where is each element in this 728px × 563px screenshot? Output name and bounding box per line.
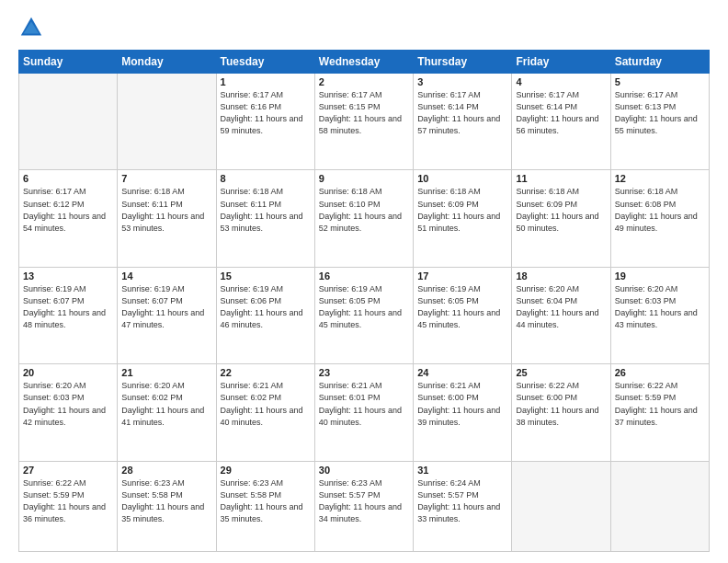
calendar-cell: 9Sunrise: 6:18 AMSunset: 6:10 PMDaylight… xyxy=(314,170,413,267)
day-number: 31 xyxy=(417,465,507,476)
calendar-cell: 24Sunrise: 6:21 AMSunset: 6:00 PMDayligh… xyxy=(414,364,512,461)
cell-info: Sunrise: 6:22 AMSunset: 5:59 PMDaylight:… xyxy=(615,380,705,428)
cell-info: Sunrise: 6:23 AMSunset: 5:58 PMDaylight:… xyxy=(121,477,211,525)
cell-info: Sunrise: 6:21 AMSunset: 6:00 PMDaylight:… xyxy=(417,380,507,428)
calendar-cell: 2Sunrise: 6:17 AMSunset: 6:15 PMDaylight… xyxy=(314,74,413,170)
cell-info: Sunrise: 6:18 AMSunset: 6:11 PMDaylight:… xyxy=(221,186,311,234)
day-number: 11 xyxy=(516,173,606,184)
logo-icon xyxy=(18,15,44,40)
calendar-header-row: SundayMondayTuesdayWednesdayThursdayFrid… xyxy=(19,51,710,74)
logo xyxy=(18,15,48,40)
cell-info: Sunrise: 6:20 AMSunset: 6:03 PMDaylight:… xyxy=(23,380,113,428)
day-header-friday: Friday xyxy=(512,51,610,74)
cell-info: Sunrise: 6:22 AMSunset: 5:59 PMDaylight:… xyxy=(23,477,113,525)
calendar-cell: 14Sunrise: 6:19 AMSunset: 6:07 PMDayligh… xyxy=(118,267,216,363)
cell-info: Sunrise: 6:19 AMSunset: 6:05 PMDaylight:… xyxy=(319,283,409,331)
calendar-week-3: 13Sunrise: 6:19 AMSunset: 6:07 PMDayligh… xyxy=(19,267,710,363)
day-number: 30 xyxy=(319,465,409,476)
day-number: 13 xyxy=(23,270,113,282)
calendar-cell xyxy=(19,74,118,170)
calendar-cell: 11Sunrise: 6:18 AMSunset: 6:09 PMDayligh… xyxy=(512,170,610,267)
cell-info: Sunrise: 6:22 AMSunset: 6:00 PMDaylight:… xyxy=(516,380,606,428)
calendar-cell: 10Sunrise: 6:18 AMSunset: 6:09 PMDayligh… xyxy=(414,170,512,267)
cell-info: Sunrise: 6:19 AMSunset: 6:05 PMDaylight:… xyxy=(417,283,507,331)
calendar-cell: 13Sunrise: 6:19 AMSunset: 6:07 PMDayligh… xyxy=(19,267,118,363)
day-header-wednesday: Wednesday xyxy=(314,51,413,74)
day-header-tuesday: Tuesday xyxy=(216,51,314,74)
calendar-cell: 20Sunrise: 6:20 AMSunset: 6:03 PMDayligh… xyxy=(19,364,118,461)
calendar-cell: 17Sunrise: 6:19 AMSunset: 6:05 PMDayligh… xyxy=(414,267,512,363)
day-number: 7 xyxy=(121,173,211,184)
day-number: 5 xyxy=(615,76,705,87)
cell-info: Sunrise: 6:21 AMSunset: 6:02 PMDaylight:… xyxy=(221,380,311,428)
calendar-cell xyxy=(118,74,216,170)
day-number: 3 xyxy=(417,76,507,87)
calendar-cell: 23Sunrise: 6:21 AMSunset: 6:01 PMDayligh… xyxy=(314,364,413,461)
day-header-thursday: Thursday xyxy=(414,51,512,74)
cell-info: Sunrise: 6:23 AMSunset: 5:57 PMDaylight:… xyxy=(319,477,409,525)
calendar-cell: 29Sunrise: 6:23 AMSunset: 5:58 PMDayligh… xyxy=(216,461,314,551)
day-number: 19 xyxy=(615,270,705,282)
cell-info: Sunrise: 6:19 AMSunset: 6:06 PMDaylight:… xyxy=(221,283,311,331)
calendar-cell: 5Sunrise: 6:17 AMSunset: 6:13 PMDaylight… xyxy=(610,74,709,170)
calendar-cell: 12Sunrise: 6:18 AMSunset: 6:08 PMDayligh… xyxy=(610,170,709,267)
day-number: 14 xyxy=(121,270,211,282)
day-number: 6 xyxy=(23,173,113,184)
calendar-cell: 26Sunrise: 6:22 AMSunset: 5:59 PMDayligh… xyxy=(610,364,709,461)
calendar-cell: 30Sunrise: 6:23 AMSunset: 5:57 PMDayligh… xyxy=(314,461,413,551)
day-number: 4 xyxy=(516,76,606,87)
calendar-cell: 8Sunrise: 6:18 AMSunset: 6:11 PMDaylight… xyxy=(216,170,314,267)
day-number: 22 xyxy=(221,367,311,378)
day-number: 27 xyxy=(23,465,113,476)
day-number: 9 xyxy=(319,173,409,184)
calendar-cell: 31Sunrise: 6:24 AMSunset: 5:57 PMDayligh… xyxy=(414,461,512,551)
calendar-cell: 15Sunrise: 6:19 AMSunset: 6:06 PMDayligh… xyxy=(216,267,314,363)
day-header-saturday: Saturday xyxy=(610,51,709,74)
day-number: 20 xyxy=(23,367,113,378)
day-number: 16 xyxy=(319,270,409,282)
cell-info: Sunrise: 6:20 AMSunset: 6:02 PMDaylight:… xyxy=(121,380,211,428)
calendar-cell: 22Sunrise: 6:21 AMSunset: 6:02 PMDayligh… xyxy=(216,364,314,461)
header xyxy=(18,15,710,40)
cell-info: Sunrise: 6:18 AMSunset: 6:09 PMDaylight:… xyxy=(417,186,507,234)
cell-info: Sunrise: 6:21 AMSunset: 6:01 PMDaylight:… xyxy=(319,380,409,428)
day-number: 12 xyxy=(615,173,705,184)
calendar-week-2: 6Sunrise: 6:17 AMSunset: 6:12 PMDaylight… xyxy=(19,170,710,267)
calendar-week-5: 27Sunrise: 6:22 AMSunset: 5:59 PMDayligh… xyxy=(19,461,710,551)
cell-info: Sunrise: 6:19 AMSunset: 6:07 PMDaylight:… xyxy=(121,283,211,331)
calendar-cell: 7Sunrise: 6:18 AMSunset: 6:11 PMDaylight… xyxy=(118,170,216,267)
calendar-cell: 6Sunrise: 6:17 AMSunset: 6:12 PMDaylight… xyxy=(19,170,118,267)
calendar-cell xyxy=(512,461,610,551)
day-number: 26 xyxy=(615,367,705,378)
cell-info: Sunrise: 6:17 AMSunset: 6:15 PMDaylight:… xyxy=(319,89,409,137)
cell-info: Sunrise: 6:20 AMSunset: 6:04 PMDaylight:… xyxy=(516,283,606,331)
calendar-cell: 27Sunrise: 6:22 AMSunset: 5:59 PMDayligh… xyxy=(19,461,118,551)
day-number: 25 xyxy=(516,367,606,378)
calendar-cell: 21Sunrise: 6:20 AMSunset: 6:02 PMDayligh… xyxy=(118,364,216,461)
calendar-cell xyxy=(610,461,709,551)
day-number: 17 xyxy=(417,270,507,282)
cell-info: Sunrise: 6:17 AMSunset: 6:16 PMDaylight:… xyxy=(221,89,311,137)
cell-info: Sunrise: 6:18 AMSunset: 6:09 PMDaylight:… xyxy=(516,186,606,234)
day-number: 28 xyxy=(121,465,211,476)
day-number: 29 xyxy=(221,465,311,476)
calendar-week-4: 20Sunrise: 6:20 AMSunset: 6:03 PMDayligh… xyxy=(19,364,710,461)
day-header-sunday: Sunday xyxy=(19,51,118,74)
cell-info: Sunrise: 6:18 AMSunset: 6:10 PMDaylight:… xyxy=(319,186,409,234)
cell-info: Sunrise: 6:17 AMSunset: 6:14 PMDaylight:… xyxy=(516,89,606,137)
calendar-cell: 25Sunrise: 6:22 AMSunset: 6:00 PMDayligh… xyxy=(512,364,610,461)
cell-info: Sunrise: 6:17 AMSunset: 6:12 PMDaylight:… xyxy=(23,186,113,234)
cell-info: Sunrise: 6:24 AMSunset: 5:57 PMDaylight:… xyxy=(417,477,507,525)
calendar-week-1: 1Sunrise: 6:17 AMSunset: 6:16 PMDaylight… xyxy=(19,74,710,170)
day-number: 23 xyxy=(319,367,409,378)
cell-info: Sunrise: 6:18 AMSunset: 6:08 PMDaylight:… xyxy=(615,186,705,234)
cell-info: Sunrise: 6:17 AMSunset: 6:14 PMDaylight:… xyxy=(417,89,507,137)
day-header-monday: Monday xyxy=(118,51,216,74)
calendar-cell: 16Sunrise: 6:19 AMSunset: 6:05 PMDayligh… xyxy=(314,267,413,363)
calendar-cell: 28Sunrise: 6:23 AMSunset: 5:58 PMDayligh… xyxy=(118,461,216,551)
day-number: 10 xyxy=(417,173,507,184)
cell-info: Sunrise: 6:20 AMSunset: 6:03 PMDaylight:… xyxy=(615,283,705,331)
cell-info: Sunrise: 6:23 AMSunset: 5:58 PMDaylight:… xyxy=(221,477,311,525)
cell-info: Sunrise: 6:18 AMSunset: 6:11 PMDaylight:… xyxy=(121,186,211,234)
day-number: 21 xyxy=(121,367,211,378)
